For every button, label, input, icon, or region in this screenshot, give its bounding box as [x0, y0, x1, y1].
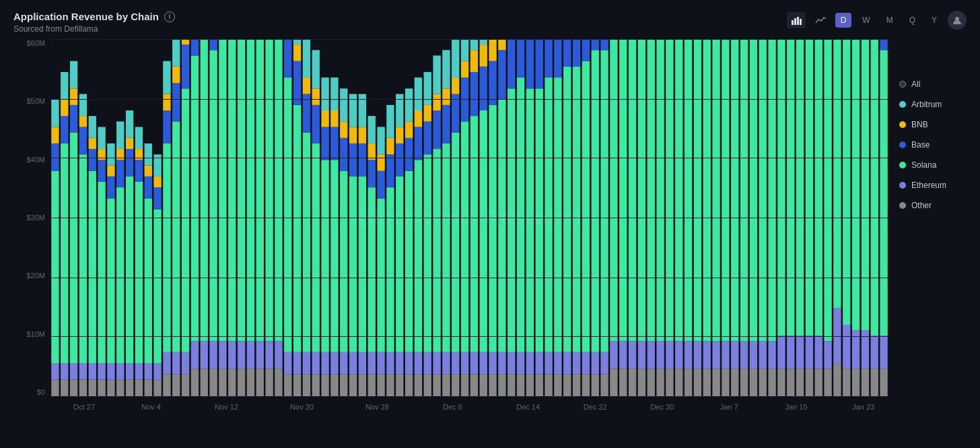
- legend-dot-ethereum: [899, 182, 906, 189]
- svg-rect-1: [794, 18, 796, 25]
- legend-label-bnb: BNB: [911, 120, 928, 129]
- x-axis-label: Jan 23: [852, 403, 874, 411]
- y-label-30m: $30M: [13, 214, 50, 222]
- user-icon: [952, 15, 962, 25]
- legend-item-ethereum[interactable]: Ethereum: [899, 181, 967, 190]
- period-q-button[interactable]: Q: [904, 13, 921, 28]
- x-axis-label: Jan 7: [720, 403, 738, 411]
- y-label-10m: $10M: [13, 330, 50, 338]
- legend-dot-bnb: [899, 121, 906, 128]
- period-w-button[interactable]: W: [857, 13, 875, 28]
- y-label-60m: $60M: [13, 39, 50, 47]
- y-label-20m: $20M: [13, 271, 50, 280]
- legend-dot-arbitrum: [899, 101, 906, 108]
- svg-rect-2: [797, 17, 799, 25]
- legend-item-all[interactable]: All: [899, 79, 967, 89]
- x-axis-label: Nov 12: [215, 403, 238, 411]
- grid-line-10m: [50, 336, 888, 337]
- grid-line-60m: [50, 39, 888, 40]
- controls: D W M Q Y: [787, 11, 967, 30]
- legend-item-base[interactable]: Base: [899, 140, 967, 150]
- chart-subtitle: Sourced from Defillama: [13, 24, 175, 34]
- chart-area: $60M $50M $40M $30M $20M $10M $0: [13, 39, 967, 423]
- app-container: Application Revenue by Chain i Sourced f…: [0, 0, 980, 448]
- legend-label-solana: Solana: [911, 160, 936, 170]
- bar-chart-button[interactable]: [787, 12, 806, 28]
- legend: All Arbitrum BNB Base Solana Ethereum: [899, 39, 967, 423]
- legend-dot-all: [899, 81, 906, 88]
- x-axis-label: Nov 28: [365, 403, 389, 411]
- grid-line-20m: [50, 278, 888, 278]
- title-text: Application Revenue by Chain: [13, 11, 159, 22]
- grid-line-50m: [50, 99, 888, 100]
- user-avatar[interactable]: [948, 11, 967, 30]
- legend-item-other[interactable]: Other: [899, 201, 967, 210]
- line-chart-button[interactable]: [811, 12, 830, 28]
- period-m-button[interactable]: M: [881, 13, 899, 28]
- x-axis-label: Oct 27: [73, 403, 95, 411]
- legend-dot-base: [899, 141, 906, 148]
- svg-rect-0: [792, 20, 794, 25]
- x-axis-label: Nov 4: [141, 403, 161, 411]
- x-axis-label: Dec 22: [584, 403, 607, 411]
- chart-inner: Blockworks Research: [50, 39, 888, 396]
- y-label-50m: $50M: [13, 97, 50, 105]
- x-axis-label: Jan 15: [785, 403, 808, 411]
- legend-dot-solana: [899, 162, 906, 168]
- x-axis-label: Nov 20: [290, 403, 314, 411]
- legend-label-base: Base: [911, 140, 930, 150]
- y-label-40m: $40M: [13, 156, 50, 164]
- period-d-button[interactable]: D: [835, 13, 852, 28]
- bar-chart-icon: [791, 15, 802, 26]
- grid-line-40m: [50, 158, 888, 158]
- info-icon[interactable]: i: [164, 11, 175, 22]
- y-axis: $60M $50M $40M $30M $20M $10M $0: [13, 39, 50, 396]
- legend-label-arbitrum: Arbitrum: [911, 100, 942, 109]
- y-label-0: $0: [13, 388, 50, 396]
- legend-dot-other: [899, 202, 906, 209]
- legend-item-arbitrum[interactable]: Arbitrum: [899, 100, 967, 109]
- legend-label-all: All: [911, 79, 920, 89]
- grid-line-0: [50, 396, 888, 397]
- title-area: Application Revenue by Chain i Sourced f…: [13, 11, 175, 34]
- legend-item-bnb[interactable]: BNB: [899, 120, 967, 129]
- grid-lines: [50, 39, 888, 396]
- x-axis-label: Dec 6: [443, 403, 462, 411]
- legend-item-solana[interactable]: Solana: [899, 160, 967, 170]
- chart-title: Application Revenue by Chain i: [13, 11, 175, 22]
- chart-main: $60M $50M $40M $30M $20M $10M $0: [13, 39, 888, 423]
- line-chart-icon: [815, 15, 826, 26]
- header: Application Revenue by Chain i Sourced f…: [13, 11, 967, 34]
- x-axis-label: Dec 30: [650, 403, 674, 411]
- period-y-button[interactable]: Y: [926, 13, 942, 28]
- grid-line-30m: [50, 218, 888, 218]
- legend-label-other: Other: [911, 201, 932, 210]
- x-axis: Oct 27Nov 4Nov 12Nov 20Nov 28Dec 6Dec 14…: [50, 399, 888, 423]
- legend-label-ethereum: Ethereum: [911, 181, 946, 190]
- x-axis-label: Dec 14: [516, 403, 540, 411]
- svg-rect-3: [800, 19, 802, 25]
